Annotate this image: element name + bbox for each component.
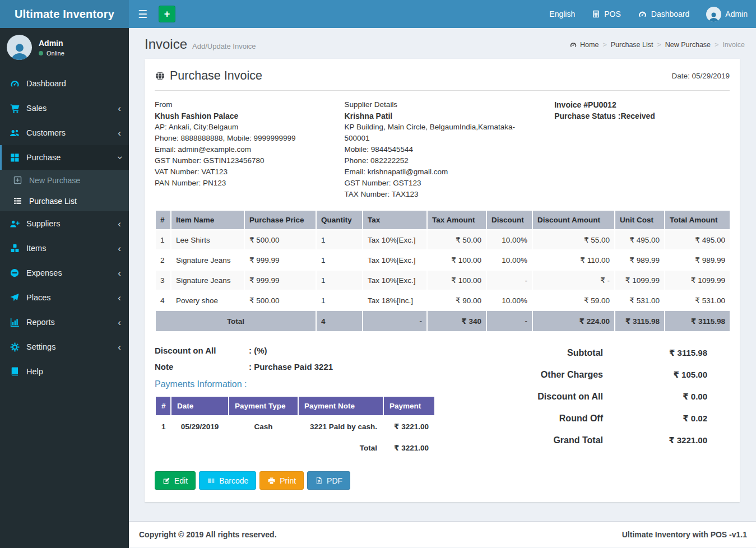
totals-summary: Subtotal ₹ 3115.98 Other Charges ₹ 105.0… (488, 346, 730, 459)
app-title: Ultimate Inventory (15, 8, 114, 21)
pdf-button[interactable]: PDF (307, 471, 350, 490)
book-icon (9, 366, 20, 377)
user-plus-icon (9, 218, 20, 229)
table-cell: 10.00% (486, 250, 532, 270)
nav-user[interactable]: Admin (698, 0, 756, 28)
column-header: # (155, 210, 171, 230)
sidebar-item-new-purchase[interactable]: New Purchase (0, 170, 129, 191)
column-header: Purchase Price (244, 210, 316, 230)
total-discount-amount: ₹ 224.00 (532, 310, 615, 332)
table-cell: 05/29/2019 (171, 416, 229, 437)
table-cell: 10.00% (486, 290, 532, 310)
content-header: Invoice Add/Update Invoice Home > Purcha… (129, 28, 756, 52)
chevron-down-icon: ‹ (115, 156, 124, 159)
table-cell: Tax 10%[Exc.] (363, 230, 427, 250)
chevron-left-icon: ‹ (118, 293, 121, 303)
supplier-mobile: Mobile: 9844545544 (345, 144, 521, 155)
user-status[interactable]: Online (39, 50, 64, 57)
column-header: Payment (383, 396, 435, 416)
table-cell: Signature Jeans (171, 250, 244, 270)
table-row: 4 Povery shoe ₹ 500.00 1 Tax 18%[Inc.] ₹… (155, 290, 730, 310)
invoice-card: Purchase Invoice Date: 05/29/2019 From K… (145, 59, 740, 502)
gears-icon (9, 341, 20, 352)
invoice-heading: Purchase Invoice (155, 69, 262, 83)
table-cell: 1 (316, 290, 363, 310)
hamburger-icon[interactable]: ☰ (129, 0, 156, 28)
summary-value: ₹ 3115.98 (603, 348, 730, 358)
from-address: AP: Ankali, City:Belgaum (155, 122, 331, 133)
top-navbar: Ultimate Inventory ☰ + English POS Dashb… (0, 0, 756, 28)
supplier-block: Supplier Details Krishna Patil KP Buildi… (345, 99, 535, 200)
supplier-email: Email: krishnapatil@gmail.com (345, 166, 521, 178)
main-content: Invoice Add/Update Invoice Home > Purcha… (129, 0, 756, 521)
summary-value: ₹ 0.00 (603, 392, 730, 402)
summary-label: Other Charges (541, 370, 603, 380)
sidebar-item-settings[interactable]: Settings ‹ (0, 335, 129, 359)
button-label: Edit (174, 476, 188, 485)
sidebar-item-customers[interactable]: Customers ‹ (0, 120, 129, 145)
sidebar-item-items[interactable]: Items ‹ (0, 236, 129, 261)
dashboard-icon (638, 10, 647, 19)
grid-icon (9, 152, 20, 163)
sidebar-item-help[interactable]: Help (0, 359, 129, 384)
page-title: Invoice (145, 36, 187, 52)
sidebar-item-expenses[interactable]: Expenses ‹ (0, 261, 129, 285)
summary-row-other-charges: Other Charges ₹ 105.00 (488, 370, 730, 380)
sidebar-item-places[interactable]: Places ‹ (0, 285, 129, 310)
table-cell: ₹ 495.00 (665, 230, 730, 250)
nav-pos[interactable]: POS (583, 0, 629, 28)
from-pan: PAN Number: PN123 (155, 178, 331, 189)
table-cell: Tax 10%[Exc.] (363, 270, 427, 290)
button-label: PDF (327, 476, 342, 485)
barcode-button[interactable]: Barcode (199, 471, 256, 490)
supplier-name: Krishna Patil (345, 110, 521, 122)
sidebar-item-sales[interactable]: Sales ‹ (0, 96, 129, 120)
payments-table-header: # Date Payment Type Payment Note Payment (155, 396, 435, 416)
payments-total-label: Total (155, 437, 383, 458)
table-cell: ₹ 531.00 (665, 290, 730, 310)
breadcrumb-home[interactable]: Home (569, 41, 599, 49)
app-logo[interactable]: Ultimate Inventory (0, 0, 129, 28)
table-cell: 3 (155, 270, 171, 290)
print-button[interactable]: Print (259, 471, 304, 490)
sidebar-item-reports[interactable]: Reports ‹ (0, 310, 129, 335)
table-cell: 3221 Paid by cash. (298, 416, 383, 437)
table-cell: 1 (316, 250, 363, 270)
summary-row-round-off: Round Off ₹ 0.02 (488, 414, 730, 424)
sidebar-item-label: Customers (26, 128, 118, 137)
avatar (706, 7, 721, 22)
nav-dashboard[interactable]: Dashboard (629, 0, 698, 28)
items-table: # Item Name Purchase Price Quantity Tax … (155, 210, 731, 332)
breadcrumb-invoice: Invoice (722, 41, 745, 49)
sidebar-item-dashboard[interactable]: Dashboard (0, 71, 129, 96)
breadcrumb-new-purchase[interactable]: New Purchase (665, 41, 711, 49)
edit-button[interactable]: Edit (155, 471, 196, 490)
chevron-left-icon: ‹ (118, 244, 121, 253)
dashboard-icon (9, 78, 20, 89)
user-name: Admin (39, 39, 64, 48)
nav-dashboard-label: Dashboard (651, 10, 690, 18)
plus-icon: + (164, 8, 170, 20)
nav-language[interactable]: English (541, 0, 583, 28)
sidebar-item-suppliers[interactable]: Suppliers ‹ (0, 211, 129, 236)
sidebar-item-label: Help (26, 367, 121, 376)
breadcrumb-label: New Purchase (665, 41, 711, 49)
sidebar-item-label: Suppliers (26, 219, 118, 228)
nav-pos-label: POS (604, 10, 621, 18)
sidebar-item-purchase[interactable]: Purchase ‹ (0, 145, 129, 170)
paper-plane-icon (9, 292, 20, 303)
note-line: Note : Purchase Paid 3221 (155, 362, 488, 371)
sidebar-item-label: Sales (26, 104, 118, 113)
sidebar-item-label: Purchase List (29, 197, 121, 206)
breadcrumb-purchase-list[interactable]: Purchase List (611, 41, 653, 49)
summary-row-subtotal: Subtotal ₹ 3115.98 (488, 348, 730, 358)
add-button[interactable]: + (159, 6, 175, 22)
sidebar-item-label: Settings (26, 342, 118, 351)
sidebar-item-purchase-list[interactable]: Purchase List (0, 191, 129, 211)
barcode-icon (207, 477, 215, 485)
invoice-number: Invoice #PU0012 (554, 99, 716, 110)
table-cell: 4 (155, 290, 171, 310)
summary-label: Grand Total (553, 435, 603, 445)
pdf-icon (315, 476, 323, 485)
chevron-left-icon: ‹ (118, 104, 121, 113)
